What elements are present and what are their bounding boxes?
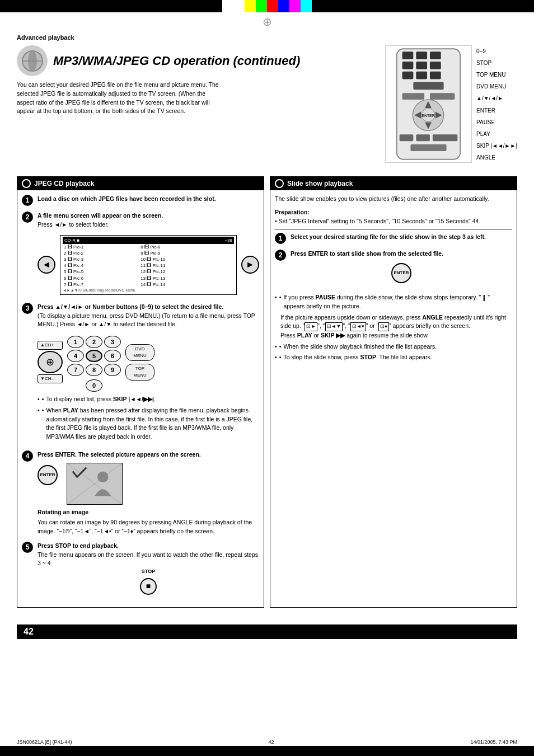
remote-diagram: ENTER 0–9 STOP TOP MENU DVD MENU ▲/▼/◄/► [385, 45, 517, 164]
step-2-bold: A file menu screen will appear on the sc… [38, 212, 163, 219]
arrow-circle: ⊕ [38, 351, 63, 373]
step-number-5: 5 [22, 542, 33, 553]
svg-rect-25 [433, 134, 457, 141]
step-3-extra: (To display a picture menu, press DVD ME… [38, 312, 255, 328]
step-number-3: 3 [22, 303, 33, 314]
step-4-bold: Press ENTER. The selected picture appear… [38, 451, 201, 458]
top-menu-btn: TOP MENU [125, 364, 154, 381]
jpeg-cd-section: JPEG CD playback 1 Load a disc on which … [17, 176, 264, 608]
right-bullet-1: • If you press PAUSE during the slide sh… [275, 293, 512, 311]
cd-icon-left [22, 179, 31, 188]
color-bar-cyan [301, 0, 312, 12]
ch-minus-btn: ▼CH– [38, 374, 63, 383]
step-2-content: A file menu screen will appear on the sc… [38, 212, 259, 297]
color-bar-yellow [245, 0, 256, 12]
step-number-2: 2 [22, 212, 33, 223]
content-area: Advanced playback MP3/WMA/JPEG CD operat… [0, 29, 534, 650]
numpad: 1 2 3 4 5 6 7 8 9 [67, 332, 121, 392]
right-step-2-text: Press ENTER to start slide show from the… [291, 250, 443, 257]
svg-rect-10 [402, 72, 414, 79]
remote-label-enter: ENTER [476, 106, 517, 115]
numpad-0: 0 [86, 379, 102, 392]
left-arrow-btn: ◄ [38, 256, 55, 274]
right-step-1-text: Select your desired starting file for th… [291, 233, 486, 240]
rotate-symbol-3: ⊡◄▾ [350, 322, 366, 331]
bullet-symbol-1: • [279, 293, 282, 311]
numpad-5: 5 [86, 350, 102, 362]
cd-icon-right [275, 179, 284, 188]
file-menu-header: CD-R ■~38 [63, 237, 234, 244]
footer-center: 42 [268, 739, 274, 745]
top-color-bar [0, 0, 534, 12]
remote-label-play: PLAY [476, 130, 517, 139]
page-title: MP3/WMA/JPEG CD operation (continued) [53, 54, 385, 68]
numpad-2: 2 [86, 336, 102, 348]
right-subbullet-1: If the picture appears upside down or si… [280, 313, 512, 340]
right-bullet-2-text: When the slide show playback finished th… [283, 342, 437, 351]
file-menu-nav-hint: ◄►▲▼/0-9/Enter/Play Mode/DVD Menu [63, 288, 234, 293]
step-5-content: Press STOP to end playback. The file men… [38, 542, 259, 597]
rotate-symbol-1: ⊡► [305, 322, 317, 331]
svg-rect-13 [413, 82, 443, 90]
slideshow-intro: The slide show enables you to view pictu… [275, 195, 512, 204]
color-bar-red [267, 0, 278, 12]
right-enter-area: ENTER [291, 263, 512, 283]
step-5: 5 Press STOP to end playback. The file m… [22, 542, 259, 597]
dvd-menu-btn: DVD MENU [125, 344, 154, 361]
numpad-4: 4 [67, 350, 84, 362]
jpeg-cd-header: JPEG CD playback [17, 177, 264, 190]
right-step-1: 1 Select your desired starting file for … [275, 233, 512, 244]
sample-image [67, 463, 123, 505]
title-circle-icon [17, 45, 48, 76]
right-bullet-1-text: If you press PAUSE during the slide show… [283, 293, 512, 311]
rotating-label: Rotating an image [38, 508, 259, 517]
step-4: 4 Press ENTER. The selected picture appe… [22, 450, 259, 536]
right-enter-btn: ENTER [391, 263, 411, 283]
title-block: MP3/WMA/JPEG CD operation (continued) Yo… [17, 45, 385, 123]
right-step-2-content: Press ENTER to start slide show from the… [291, 250, 512, 288]
color-bar-magenta [289, 0, 301, 12]
numpad-area: ▲CH+ ⊕ ▼CH– 1 2 3 [38, 332, 259, 392]
svg-rect-5 [416, 51, 427, 59]
remote-label-dvd-menu: DVD MENU [476, 82, 517, 91]
step-1-content: Load a disc on which JPEG files have bee… [38, 195, 259, 206]
right-step-2: 2 Press ENTER to start slide show from t… [275, 250, 512, 288]
svg-rect-12 [430, 72, 441, 79]
arrow-area: ▲CH+ ⊕ ▼CH– [38, 341, 63, 383]
svg-rect-14 [402, 93, 424, 100]
section-label: Advanced playback [17, 34, 517, 41]
bullet-play: • When PLAY has been pressed after displ… [38, 406, 259, 442]
bullet-play-text: When PLAY has been pressed after display… [46, 406, 259, 442]
svg-rect-4 [402, 51, 414, 59]
menu-buttons: DVD MENU TOP MENU [125, 344, 154, 381]
preparation-area: Preparation: • Set "JPEG Interval" setti… [275, 208, 512, 226]
step-1: 1 Load a disc on which JPEG files have b… [22, 195, 259, 206]
stop-button: ■ [140, 578, 157, 595]
top-bar-black-right [312, 0, 534, 12]
rotate-symbol-2: ⊡◄▼ [325, 322, 343, 331]
numpad-1: 1 [67, 336, 84, 348]
svg-rect-8 [416, 62, 427, 69]
bullet-symbol-2: • [279, 342, 282, 351]
step-5-bold: Press STOP to end playback. [38, 542, 119, 549]
top-bar-gap [222, 0, 245, 12]
enter-btn-area: ENTER [38, 463, 58, 487]
remote-label-angle: ANGLE [476, 153, 517, 162]
remote-label-top-menu: TOP MENU [476, 71, 517, 79]
top-bar-colors [245, 0, 312, 12]
svg-rect-9 [430, 62, 441, 69]
page-number-area: 42 [17, 624, 517, 639]
page-number: 42 [17, 624, 517, 639]
footer-left: JSN00621A [E] (P41-44) [17, 739, 72, 745]
stop-label: STOP [38, 568, 259, 576]
ch-buttons: ▲CH+ ⊕ ▼CH– [38, 341, 63, 383]
numpad-3: 3 [104, 336, 121, 348]
numpad-7: 7 [67, 364, 84, 376]
right-bullet-2: • When the slide show playback finished … [275, 342, 512, 351]
step-number-4: 4 [22, 450, 33, 462]
step3-bullets: • To display next list, press SKIP |◄◄/▶… [38, 395, 259, 442]
right-step-number-1: 1 [275, 233, 286, 244]
top-bar-black-left [0, 0, 222, 12]
right-arrow-btn: ► [241, 256, 259, 274]
step-number-1: 1 [22, 195, 33, 206]
